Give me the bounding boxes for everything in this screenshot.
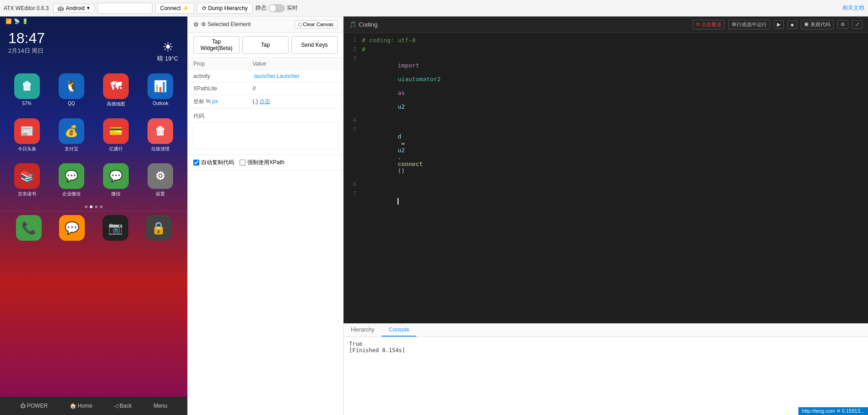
equals: = [398,140,408,147]
prop-value-coords: (.) 点击 [247,95,343,109]
props-panel: ⚙ ⚙ Selected Element □ Clear Canvas Tap … [188,17,344,415]
tab-hierarchy[interactable]: Hierarchy [344,324,382,337]
stop-icon-btn[interactable]: ■ [787,21,797,29]
prop-col-header: Prop [188,58,247,70]
bottom-panel: Hierarchy Console True [Finished 0.154s] [344,323,868,415]
value-col-header: Value [247,58,343,70]
action-buttons-row: Tap Widget(Beta) Tap Send Keys [188,33,343,58]
run-icon-btn[interactable]: ▶ [774,20,784,29]
tap-btn[interactable]: Tap [242,36,289,54]
dock-camera[interactable]: 📷 [103,215,128,241]
app-icon-cleanup[interactable]: 🗑 57% [7,73,46,107]
bottom-tabs: Hierarchy Console [344,324,868,337]
static-realtime-toggle-group: 静态 实时 [256,4,298,12]
app-icon-img: 💰 [59,118,84,144]
app-icon-settings[interactable]: ⚙ 设置 [141,163,180,197]
checkbox-row: 自动复制代码 强制使用XPath [188,155,343,171]
app-title: ATX WEditor 0.6.3 [4,5,49,11]
related-docs-link[interactable]: 相关文档 [842,4,864,12]
weather-widget: ☀ 晴 19°C [157,39,178,63]
app-label: QQ [68,101,75,106]
app-icon-img: 📰 [14,118,40,144]
signal-icon: 📶 [5,18,12,24]
phone-dock: 📞 💬 📷 🔒 [0,211,187,244]
dot [100,205,103,208]
menu-label: Menu [153,403,167,409]
back-label: Back [120,403,132,409]
phone-screen[interactable]: 📶 📡 🔋 18:47 2月14日 周日 ☀ 晴 19°C 🗑 57% [0,17,187,397]
back-btn[interactable]: ◁ Back [114,403,132,409]
connect-btn[interactable]: Connect ⚡ [155,3,194,14]
app-icon-img: 🗺 [103,73,129,99]
app-icon-alipay[interactable]: 💰 支付宝 [52,118,91,152]
expand-code-btn[interactable]: ⤢ [852,20,863,29]
auto-copy-label: 自动复制代码 [201,159,234,166]
app-icon-gaode[interactable]: 🗺 高德地图 [97,73,136,107]
app-icon-wechat[interactable]: 💬 微信 [97,163,136,197]
send-keys-btn[interactable]: Send Keys [291,36,338,54]
table-row: 坐标 % px (.) 点击 [188,95,343,109]
app-label: 57% [22,101,32,106]
app-icon-qq[interactable]: 🐧 QQ [52,73,91,107]
dump-hierarchy-btn[interactable]: ⟳ Dump Hierarchy [197,3,253,14]
dock-phone[interactable]: 📞 [16,215,42,241]
static-realtime-toggle[interactable] [268,4,285,12]
static-label: 静态 [256,4,267,12]
dock-message[interactable]: 💬 [59,215,85,241]
code-line-4: 4 [344,117,868,126]
settings-code-btn[interactable]: ⚙ [837,20,848,29]
main-layout: 📶 📡 🔋 18:47 2月14日 周日 ☀ 晴 19°C 🗑 57% [0,17,868,415]
home-btn[interactable]: 🏠 Home [70,403,93,409]
props-title: ⚙ ⚙ Selected Element [193,21,251,28]
device-input[interactable] [98,3,153,14]
line-content [362,190,399,211]
table-row: XPathLite // [188,83,343,95]
code-line-6: 6 [344,181,868,190]
app-icon-toutiao[interactable]: 📰 今日头条 [7,118,46,152]
battery-icon: 🔋 [22,18,28,24]
single-run-btn[interactable]: 单行或选中运行 [728,20,770,29]
line-content: # [362,46,366,55]
coding-label: Coding [359,21,377,28]
app-icon-outlook[interactable]: 📊 Outlook [141,73,180,107]
app-label: 亿通行 [109,146,123,152]
app-label: 高德地图 [107,101,125,107]
app-icon-jdread[interactable]: 📚 京东读书 [7,163,46,197]
code-line-7: 7 [344,190,868,211]
force-xpath-checkbox-label[interactable]: 强制使用XPath [240,159,284,166]
click-link[interactable]: 点击 [259,98,270,105]
app-icon-workwechat[interactable]: 💬 企业微信 [52,163,91,197]
app-label: 微信 [111,191,120,197]
android-selector-btn[interactable]: 🤖 Android ▼ [53,4,94,13]
tap-widget-btn[interactable]: Tap Widget(Beta) [193,36,240,54]
tab-console[interactable]: Console [382,324,416,337]
code-panel: 🎵 Coding ⟳ 点击重连 单行或选中运行 ▶ ■ ▣ 美观代码 ⚙ ⤢ 1… [344,17,868,415]
gear-icon: ⚙ [193,21,199,28]
line-num: 4 [344,117,362,126]
weather-icon: ☀ [157,39,178,55]
app-icon-img: 💬 [59,163,84,189]
prop-name-coords: 坐标 % px [188,95,247,109]
menu-btn[interactable]: Menu [153,403,167,409]
click-rerun-btn[interactable]: ⟳ 点击重连 [693,20,725,29]
console-output: True [Finished 0.154s] [344,337,868,415]
clear-canvas-btn[interactable]: □ Clear Canvas [295,20,338,28]
prop-value-activity: .launcher.Launcher [247,70,343,83]
app-icon-yitongxing[interactable]: 💳 亿通行 [97,118,136,152]
power-btn[interactable]: ⏻ POWER [20,403,48,409]
code-textarea[interactable] [193,122,338,149]
app-icon-img: 💬 [103,163,129,189]
force-xpath-checkbox[interactable] [240,160,246,166]
dock-lock[interactable]: 🔒 [146,215,171,241]
force-xpath-label: 强制使用XPath [247,159,284,166]
beautify-btn[interactable]: ▣ 美观代码 [801,20,834,29]
parens: () [398,167,405,174]
code-editor[interactable]: 1 # coding: utf-8 2 # 3 import uiautomat… [344,33,868,323]
code-line-5: 5 d = u2 . connect () [344,126,868,181]
home-icon: 🏠 [70,403,76,409]
prop-value-xpath: // [247,83,343,95]
auto-copy-checkbox-label[interactable]: 自动复制代码 [193,159,234,166]
topbar: ATX WEditor 0.6.3 🤖 Android ▼ Connect ⚡ … [0,0,868,17]
app-icon-trash[interactable]: 🗑 垃圾清理 [141,118,180,152]
auto-copy-checkbox[interactable] [193,160,199,166]
